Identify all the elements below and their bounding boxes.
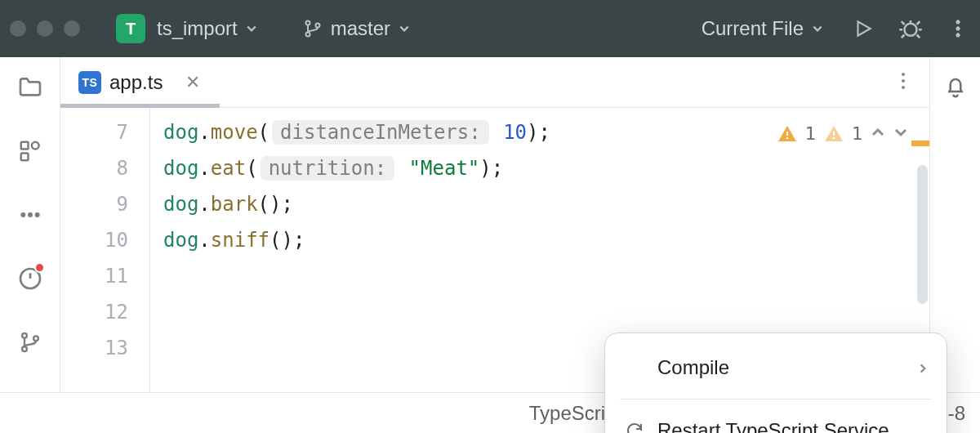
bell-icon (943, 75, 968, 100)
svg-point-21 (832, 137, 835, 140)
run-config-selector[interactable]: Current File (702, 17, 823, 40)
line-number: 7 (60, 114, 128, 150)
chevron-down-icon (246, 23, 257, 34)
svg-point-18 (902, 78, 905, 82)
restart-icon (623, 419, 646, 433)
titlebar: T ts_import master Current File (0, 0, 980, 57)
svg-point-20 (786, 137, 788, 140)
code-editor[interactable]: 7 8 9 10 11 12 13 dog.move(distanceInMet… (60, 108, 929, 392)
editor-area: TS app.ts ✕ 7 8 9 10 11 12 13 d (60, 57, 929, 392)
popup-divider (620, 399, 932, 400)
svg-point-11 (28, 213, 32, 217)
svg-point-3 (905, 24, 917, 36)
error-stripe-mark[interactable] (911, 141, 929, 146)
typescript-widget-popup: Compile Restart TypeScript Service Confi… (604, 333, 947, 433)
more-horizontal-icon (20, 204, 41, 225)
vcs-tool-button[interactable] (16, 328, 44, 356)
more-actions-button[interactable] (946, 16, 970, 41)
svg-point-17 (902, 72, 905, 75)
popup-item-label: Restart TypeScript Service (657, 413, 889, 433)
inlay-hint: distanceInMeters: (272, 120, 489, 145)
more-vertical-icon (948, 19, 968, 38)
project-tool-button[interactable] (16, 74, 44, 101)
chevron-down-icon (812, 23, 823, 34)
more-tool-button[interactable] (16, 201, 44, 229)
folder-icon (17, 74, 43, 100)
line-number: 11 (60, 258, 128, 294)
svg-point-1 (305, 33, 310, 37)
editor-tabs: TS app.ts ✕ (60, 57, 929, 108)
code-line: dog.bark(); (163, 186, 929, 222)
svg-point-19 (902, 85, 905, 88)
next-highlight-button[interactable] (893, 116, 908, 152)
weak-warning-icon (824, 124, 844, 144)
svg-point-16 (33, 336, 38, 341)
tab-more-button[interactable] (893, 71, 913, 94)
tab-app-ts[interactable]: TS app.ts ✕ (78, 71, 200, 94)
svg-point-14 (22, 333, 27, 338)
line-number: 10 (60, 222, 128, 258)
svg-point-4 (956, 20, 960, 24)
svg-point-0 (305, 21, 310, 25)
debug-button[interactable] (898, 16, 923, 41)
project-badge: T (116, 14, 145, 43)
line-number: 9 (60, 186, 128, 222)
notification-dot (34, 262, 45, 273)
vcs-branch-selector[interactable]: master (303, 17, 410, 40)
branch-icon (19, 331, 42, 354)
structure-icon (18, 139, 42, 163)
project-selector[interactable]: ts_import (157, 17, 257, 40)
vertical-scrollbar[interactable] (917, 165, 928, 304)
weak-warning-count: 1 (852, 116, 862, 152)
close-tab-icon[interactable]: ✕ (185, 72, 200, 93)
popup-item-label: Compile (657, 350, 729, 386)
line-number: 13 (60, 330, 128, 366)
svg-point-5 (956, 27, 960, 30)
project-name: ts_import (157, 17, 238, 40)
svg-point-15 (22, 346, 27, 351)
prev-highlight-button[interactable] (871, 116, 885, 152)
warning-count: 1 (805, 116, 816, 152)
maximize-window-icon[interactable] (64, 20, 80, 37)
chevron-down-icon (399, 23, 410, 34)
svg-rect-9 (20, 154, 28, 161)
run-button[interactable] (851, 16, 875, 41)
more-vertical-icon (893, 71, 913, 91)
play-icon (853, 18, 874, 39)
branch-name: master (331, 17, 390, 40)
problems-tool-button[interactable] (16, 265, 44, 292)
code-line: dog.sniff(); (163, 222, 929, 258)
svg-point-12 (35, 213, 39, 217)
inlay-hint: nutrition: (261, 156, 395, 181)
tab-filename: app.ts (109, 71, 163, 94)
svg-point-10 (20, 213, 24, 217)
minimize-window-icon[interactable] (37, 20, 53, 37)
line-number: 8 (60, 150, 128, 186)
line-number: 12 (60, 294, 128, 330)
code-content[interactable]: dog.move(distanceInMeters: 10); dog.eat(… (150, 108, 929, 392)
svg-point-8 (31, 142, 38, 150)
notifications-tool-button[interactable] (943, 75, 968, 103)
code-line: dog.eat(nutrition: "Meat"); (163, 150, 929, 186)
chevron-right-icon (917, 350, 929, 386)
typescript-file-icon: TS (78, 71, 101, 94)
popup-item-compile[interactable]: Compile (605, 341, 947, 394)
structure-tool-button[interactable] (16, 137, 44, 165)
popup-item-restart[interactable]: Restart TypeScript Service (605, 404, 947, 433)
run-config-name: Current File (702, 17, 804, 40)
inspection-widget[interactable]: 1 1 (777, 116, 909, 152)
left-toolbar (0, 57, 60, 392)
bug-icon (898, 16, 923, 41)
window-controls (10, 20, 80, 37)
svg-point-2 (315, 24, 319, 28)
line-gutter: 7 8 9 10 11 12 13 (60, 108, 150, 392)
close-window-icon[interactable] (10, 20, 26, 37)
branch-icon (303, 19, 323, 38)
svg-point-6 (956, 33, 960, 37)
warning-icon (777, 124, 797, 144)
svg-rect-7 (20, 142, 28, 150)
